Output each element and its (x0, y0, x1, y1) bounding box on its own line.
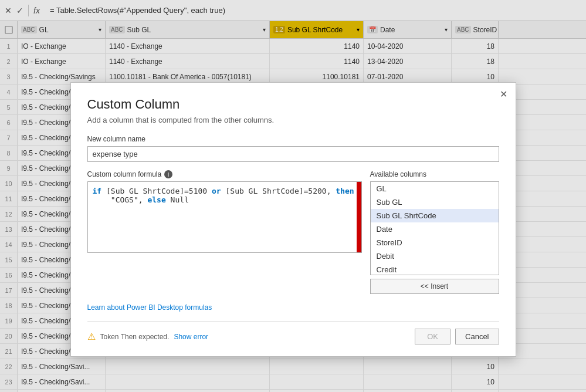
modal-close-button[interactable]: ✕ (500, 90, 507, 99)
formula-textarea-wrapper: if [Sub GL ShrtCode]=5100 or [Sub GL Shr… (87, 181, 362, 253)
avail-col-item[interactable]: Sub GL (371, 195, 499, 209)
formula-section: Custom column formula i if [Sub GL ShrtC… (87, 170, 499, 294)
status-area: ⚠ Token Then expected. Show error (87, 331, 209, 342)
avail-col-item[interactable]: Debit (371, 249, 499, 263)
warning-icon: ⚠ (87, 331, 96, 342)
column-name-input[interactable] (87, 146, 499, 162)
ok-button[interactable]: OK (415, 329, 450, 344)
modal-buttons: OK Cancel (415, 329, 499, 344)
avail-col-item[interactable]: Date (371, 222, 499, 236)
column-name-label: New column name (87, 135, 499, 143)
formula-info-icon[interactable]: i (164, 170, 172, 178)
learn-link[interactable]: Learn about Power BI Desktop formulas (87, 303, 212, 312)
formula-left: Custom column formula i if [Sub GL ShrtC… (87, 170, 362, 294)
avail-col-item[interactable]: StoreID (371, 236, 499, 249)
modal-footer: ⚠ Token Then expected. Show error OK Can… (87, 321, 499, 344)
formula-textarea[interactable]: if [Sub GL ShrtCode]=5100 or [Sub GL Shr… (88, 182, 361, 252)
avail-col-item[interactable]: Sub GL ShrtCode (371, 209, 499, 222)
available-columns-list[interactable]: GLSub GLSub GL ShrtCodeDateStoreIDDebitC… (370, 181, 499, 275)
modal-title: Custom Column (87, 97, 499, 112)
insert-button[interactable]: << Insert (370, 279, 499, 294)
formula-label: Custom column formula i (87, 170, 362, 178)
avail-col-label: Available columns (370, 170, 499, 178)
formula-error-stripe (357, 182, 361, 252)
modal-subtitle: Add a column that is computed from the o… (87, 116, 499, 124)
custom-column-modal: ✕ Custom Column Add a column that is com… (70, 82, 516, 357)
modal-overlay: ✕ Custom Column Add a column that is com… (0, 0, 586, 392)
avail-col-item[interactable]: Credit (371, 263, 499, 275)
cancel-button[interactable]: Cancel (455, 329, 499, 344)
status-text: Token Then expected. (100, 333, 170, 341)
show-error-link[interactable]: Show error (174, 333, 208, 341)
formula-right: Available columns GLSub GLSub GL ShrtCod… (370, 170, 499, 294)
avail-col-item[interactable]: GL (371, 182, 499, 195)
